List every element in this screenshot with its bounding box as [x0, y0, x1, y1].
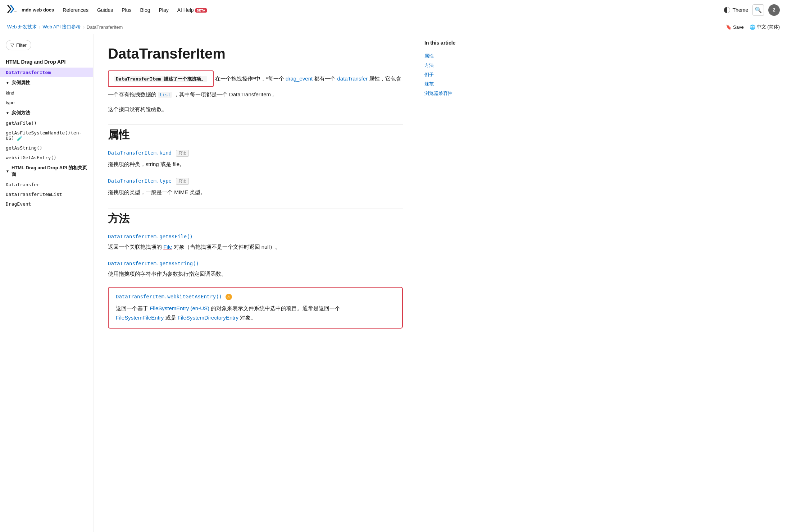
- filesystemfileentry-link[interactable]: FileSystemFileEntry: [116, 315, 164, 321]
- nav-references[interactable]: References: [63, 7, 88, 13]
- breadcrumb-sep-2: ›: [83, 24, 84, 30]
- globe-icon: 🌐: [750, 24, 755, 30]
- filter-label: Filter: [16, 42, 27, 48]
- breadcrumb-item-1[interactable]: Web 开发技术: [7, 24, 37, 30]
- method-getasfile: DataTransferItem.getAsFile() 返回一个关联拖拽项的 …: [108, 233, 403, 252]
- mdn-logo-icon: _: [7, 4, 20, 16]
- sidebar-section-methods[interactable]: ▼ 实例方法: [0, 107, 93, 118]
- nav-aihelp[interactable]: AI HelpBETA: [177, 7, 207, 13]
- filesystementry-link[interactable]: FileSystemEntry (en-US): [150, 305, 209, 311]
- save-button[interactable]: 🔖 Save: [726, 24, 744, 30]
- method-webkitgetasentry-desc: 返回一个基于 FileSystemEntry (en-US) 的对象来表示文件系…: [116, 304, 395, 322]
- toc-title: In this article: [424, 40, 482, 46]
- property-kind: DataTransferItem.kind 只读 拖拽项的种类，string 或…: [108, 150, 403, 169]
- property-kind-badge: 只读: [176, 150, 189, 157]
- nav-plus[interactable]: Plus: [122, 7, 131, 13]
- property-kind-header: DataTransferItem.kind 只读: [108, 150, 403, 157]
- method-getasstring-link[interactable]: DataTransferItem.getAsString(): [108, 261, 199, 266]
- bookmark-icon: 🔖: [726, 24, 732, 30]
- sidebar-section-related[interactable]: ▼ HTML Drag and Drop API 的相关页面: [0, 162, 93, 180]
- user-avatar[interactable]: 2: [768, 4, 780, 16]
- toc: In this article 属性 方法 例子 规范 浏览器兼容性: [417, 34, 489, 104]
- intro-paragraph: DataTransferItem 描述了一个拖拽项。 在一个拖拽操作*中，*每一…: [108, 70, 403, 99]
- main-nav: References Guides Plus Blog Play AI Help…: [63, 7, 724, 13]
- toc-item-examples[interactable]: 例子: [424, 70, 482, 79]
- theme-button[interactable]: Theme: [724, 7, 748, 13]
- theme-label: Theme: [732, 7, 748, 13]
- property-type: DataTransferItem.type 只读 拖拽项的类型，一般是一个 MI…: [108, 178, 403, 197]
- arrow-icon: ▼: [6, 81, 9, 85]
- nav-blog[interactable]: Blog: [140, 7, 150, 13]
- breadcrumb-item-2[interactable]: Web API 接口参考: [42, 24, 81, 30]
- property-type-link[interactable]: DataTransferItem.type: [108, 178, 172, 184]
- drag-event-link[interactable]: drag_event: [286, 75, 313, 82]
- method-webkitgetasentry-box: DataTransferItem.webkitGetAsEntry() ⚠ 返回…: [108, 287, 403, 329]
- beta-badge: BETA: [195, 8, 207, 13]
- nav-guides[interactable]: Guides: [97, 7, 113, 13]
- nav-play[interactable]: Play: [159, 7, 169, 13]
- sidebar-section-properties[interactable]: ▼ 实例属性: [0, 77, 93, 88]
- method-getasfile-link[interactable]: DataTransferItem.getAsFile(): [108, 234, 193, 239]
- save-label: Save: [733, 24, 744, 30]
- warning-icon: ⚠: [226, 294, 232, 300]
- main-content: DataTransferItem DataTransferItem 描述了一个拖…: [94, 34, 417, 532]
- filter-button[interactable]: ▽ Filter: [6, 40, 31, 50]
- method-getasstring: DataTransferItem.getAsString() 使用拖拽项的字符串…: [108, 260, 403, 279]
- highlight-box: DataTransferItem 描述了一个拖拽项。: [108, 70, 214, 87]
- sidebar-item-getasfilesystemhandle[interactable]: getAsFileSystemHandle()(en-US) 🧪: [0, 128, 93, 143]
- property-kind-link[interactable]: DataTransferItem.kind: [108, 150, 172, 156]
- language-button[interactable]: 🌐 中文 (简体): [750, 24, 780, 30]
- property-type-header: DataTransferItem.type 只读: [108, 178, 403, 185]
- sidebar-item-datatransferitem[interactable]: DataTransferItem: [0, 68, 93, 77]
- property-type-desc: 拖拽项的类型，一般是一个 MIME 类型。: [108, 188, 403, 197]
- sidebar-item-webkitgetasentry[interactable]: webkitGetAsEntry(): [0, 153, 93, 162]
- toc-item-properties[interactable]: 属性: [424, 51, 482, 61]
- logo[interactable]: _ mdn web docs: [7, 4, 54, 16]
- sidebar-item-datatransfer[interactable]: DataTransfer: [0, 180, 93, 189]
- no-constructor: 这个接口没有构造函数。: [108, 106, 403, 113]
- sidebar-item-getasstring[interactable]: getAsString(): [0, 143, 93, 153]
- intro-final: ，其中每一项都是一个 DataTransferItem 。: [174, 91, 278, 97]
- data-transfer-link[interactable]: dataTransfer: [337, 75, 368, 82]
- header-actions: Theme 🔍 2: [724, 4, 780, 16]
- highlight-code: DataTransferItem 描述了一个拖拽项。: [114, 76, 207, 82]
- intro-rest: 在一个拖拽操作*中，*每一个: [215, 75, 286, 82]
- properties-heading: 属性: [108, 124, 403, 142]
- breadcrumb: Web 开发技术 › Web API 接口参考 › DataTransferIt…: [0, 20, 787, 34]
- sidebar-item-dragevent[interactable]: DragEvent: [0, 199, 93, 209]
- methods-heading: 方法: [108, 208, 403, 226]
- breadcrumb-actions: 🔖 Save 🌐 中文 (简体): [726, 24, 780, 30]
- section-properties-label: 实例属性: [12, 79, 30, 86]
- sidebar-item-datatransferitemlist[interactable]: DataTransferItemList: [0, 189, 93, 199]
- method-webkitgetasentry-header: DataTransferItem.webkitGetAsEntry() ⚠: [116, 293, 395, 300]
- sidebar-group-title: HTML Drag and Drop API: [0, 56, 93, 68]
- section-methods-label: 实例方法: [12, 110, 30, 116]
- search-icon: 🔍: [755, 6, 762, 13]
- theme-icon: [724, 7, 730, 13]
- method-getasfile-desc: 返回一个关联拖拽项的 File 对象（当拖拽项不是一个文件时返回 null）。: [108, 242, 403, 252]
- sidebar-active-label: DataTransferItem: [6, 70, 51, 75]
- file-link[interactable]: File: [163, 244, 172, 250]
- sidebar-item-type[interactable]: type: [0, 98, 93, 107]
- sidebar-item-getasfile[interactable]: getAsFile(): [0, 118, 93, 128]
- property-kind-desc: 拖拽项的种类，string 或是 file。: [108, 160, 403, 169]
- filter-icon: ▽: [10, 42, 14, 48]
- toc-item-methods[interactable]: 方法: [424, 61, 482, 70]
- toc-item-spec[interactable]: 规范: [424, 79, 482, 89]
- header: _ mdn web docs References Guides Plus Bl…: [0, 0, 787, 20]
- sidebar: ▽ Filter HTML Drag and Drop API DataTran…: [0, 34, 94, 532]
- arrow-icon-2: ▼: [6, 111, 9, 115]
- lang-label: 中文 (简体): [757, 24, 780, 30]
- filesystemdirectoryentry-link[interactable]: FileSystemDirectoryEntry: [178, 315, 238, 321]
- list-link[interactable]: list: [158, 91, 172, 97]
- logo-text: mdn web docs: [22, 7, 54, 13]
- sidebar-item-kind[interactable]: kind: [0, 88, 93, 98]
- method-box-end: 对象。: [240, 315, 256, 321]
- toc-item-compat[interactable]: 浏览器兼容性: [424, 89, 482, 98]
- arrow-icon-3: ▼: [6, 169, 9, 173]
- search-button[interactable]: 🔍: [752, 4, 764, 16]
- method-webkitgetasentry-link[interactable]: DataTransferItem.webkitGetAsEntry(): [116, 294, 222, 299]
- method-getasstring-desc: 使用拖拽项的字符串作为参数执行指定回调函数。: [108, 269, 403, 279]
- breadcrumb-sep-1: ›: [39, 24, 40, 30]
- svg-text:_: _: [14, 8, 17, 12]
